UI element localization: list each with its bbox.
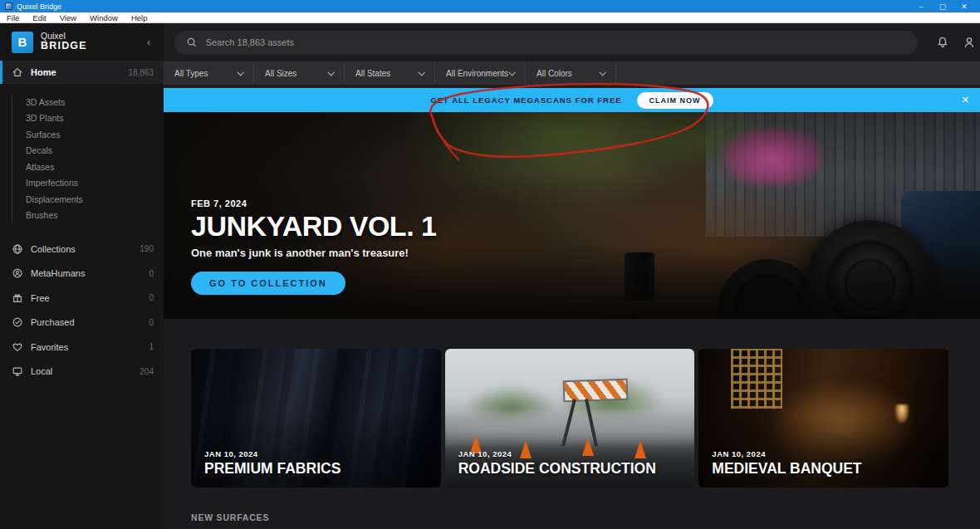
app-icon	[5, 2, 12, 10]
menu-bar: File Edit View Window Help	[0, 12, 980, 23]
section-heading-new-surfaces: NEW SURFACES	[191, 512, 948, 522]
hero-title: JUNKYARD VOL. 1	[191, 210, 436, 242]
chevron-down-icon	[599, 69, 605, 76]
content-area: JAN 10, 2024 PREMIUM FABRICS	[164, 319, 980, 529]
sidebar-item-displacements[interactable]: Displacements	[26, 191, 164, 208]
purchased-count: 0	[149, 318, 154, 327]
search-bar[interactable]	[174, 31, 918, 55]
hero-art-graffiti	[723, 127, 822, 187]
menu-help[interactable]: Help	[131, 13, 148, 22]
hero-art-fence	[706, 112, 980, 237]
search-icon	[186, 37, 198, 48]
filter-all-sizes[interactable]: All Sizes	[254, 61, 345, 85]
sidebar-item-imperfections[interactable]: Imperfections	[26, 175, 164, 192]
logo: B Quixel BRIDGE ‹	[0, 23, 164, 61]
hero-art-barrel	[625, 252, 654, 301]
card-medieval-banquet[interactable]: JAN 10, 2024 MEDIEVAL BANQUET	[698, 349, 948, 487]
hero-art-tire	[806, 220, 934, 319]
local-count: 204	[140, 367, 154, 376]
metahumans-label: MetaHumans	[31, 268, 85, 278]
card-title: ROADSIDE CONSTRUCTION	[458, 460, 656, 478]
sidebar-item-3d-plants[interactable]: 3D Plants	[26, 110, 164, 127]
card-date: JAN 10, 2024	[204, 449, 341, 458]
filter-all-types[interactable]: All Types	[164, 61, 254, 85]
globe-icon	[12, 243, 23, 255]
chevron-down-icon	[508, 69, 515, 76]
sidebar-item-brushes[interactable]: Brushes	[26, 208, 164, 224]
sidebar-item-local[interactable]: Local 204	[0, 360, 164, 385]
sidebar-collapse-icon[interactable]: ‹	[144, 37, 154, 48]
banner-close-icon[interactable]: ✕	[962, 95, 969, 105]
free-label: Free	[31, 293, 50, 303]
free-count: 0	[149, 293, 154, 302]
card-title: MEDIEVAL BANQUET	[712, 460, 861, 478]
maximize-button[interactable]: ▢	[932, 2, 953, 11]
chevron-down-icon	[327, 69, 334, 76]
claim-now-button[interactable]: CLAIM NOW	[637, 92, 713, 109]
card-date: JAN 10, 2024	[458, 449, 656, 458]
chevron-down-icon	[418, 69, 424, 76]
hero-date: FEB 7, 2024	[191, 198, 436, 208]
filter-all-colors[interactable]: All Colors	[526, 61, 616, 85]
chevron-down-icon	[237, 69, 243, 76]
user-icon	[963, 36, 976, 49]
hero-art-tire	[718, 259, 818, 319]
sidebar-category-list: 3D Assets 3D Plants Surfaces Decals Atla…	[12, 94, 164, 223]
card-roadside-construction[interactable]: JAN 10, 2024 ROADSIDE CONSTRUCTION	[445, 349, 695, 487]
minimize-button[interactable]: –	[910, 2, 932, 11]
card-title: PREMIUM FABRICS	[204, 460, 341, 478]
sidebar-item-metahumans[interactable]: MetaHumans 0	[0, 262, 164, 287]
app-window: B Quixel BRIDGE ‹ Home 18,863 3D Assets …	[0, 23, 980, 529]
favorites-label: Favorites	[31, 342, 68, 352]
filter-all-colors-label: All Colors	[537, 69, 572, 78]
collections-count: 190	[140, 244, 154, 253]
card-date: JAN 10, 2024	[712, 449, 861, 458]
hero-subtitle: One man's junk is another man's treasure…	[191, 247, 436, 259]
search-input[interactable]	[206, 37, 906, 47]
check-circle-icon	[12, 316, 23, 328]
menu-edit[interactable]: Edit	[32, 13, 46, 22]
promo-banner: GET ALL LEGACY MEGASCANS FOR FREE CLAIM …	[164, 88, 980, 112]
sidebar-home-count: 18,863	[128, 68, 154, 77]
sidebar-item-home[interactable]: Home 18,863	[0, 61, 164, 84]
menu-view[interactable]: View	[60, 13, 76, 22]
collection-cards: JAN 10, 2024 PREMIUM FABRICS	[191, 349, 948, 487]
menu-file[interactable]: File	[7, 13, 19, 22]
logo-text-bridge: BRIDGE	[41, 41, 87, 51]
sidebar-item-atlases[interactable]: Atlases	[26, 159, 164, 175]
bridge-logo-icon: B	[12, 32, 33, 53]
sidebar: B Quixel BRIDGE ‹ Home 18,863 3D Assets …	[0, 23, 164, 529]
account-button[interactable]	[963, 36, 976, 49]
metahumans-count: 0	[149, 269, 154, 278]
filter-all-sizes-label: All Sizes	[265, 69, 296, 78]
hero-art-tractor	[901, 191, 980, 266]
filter-all-environments[interactable]: All Environments	[435, 61, 526, 85]
filter-all-types-label: All Types	[174, 69, 208, 78]
sidebar-item-3d-assets[interactable]: 3D Assets	[26, 94, 164, 110]
sidebar-item-surfaces[interactable]: Surfaces	[26, 126, 164, 143]
notifications-button[interactable]	[936, 36, 949, 49]
heart-icon	[12, 341, 23, 353]
local-label: Local	[31, 366, 52, 376]
filter-bar: All Types All Sizes All States All Envir…	[164, 61, 980, 85]
go-to-collection-button[interactable]: GO TO COLLECTION	[191, 272, 345, 295]
filter-all-states-label: All States	[355, 69, 390, 78]
collections-label: Collections	[31, 244, 76, 254]
main-area: All Types All Sizes All States All Envir…	[164, 23, 980, 529]
sidebar-item-favorites[interactable]: Favorites 1	[0, 335, 164, 360]
card-premium-fabrics[interactable]: JAN 10, 2024 PREMIUM FABRICS	[191, 349, 441, 487]
sidebar-item-free[interactable]: Free 0	[0, 286, 164, 311]
top-bar	[164, 23, 980, 61]
monitor-icon	[12, 365, 23, 377]
filter-all-environments-label: All Environments	[446, 69, 508, 78]
menu-window[interactable]: Window	[90, 13, 118, 22]
sidebar-item-purchased[interactable]: Purchased 0	[0, 311, 164, 336]
sidebar-item-collections[interactable]: Collections 190	[0, 237, 164, 262]
window-title: Quixel Bridge	[17, 2, 61, 11]
sidebar-item-decals[interactable]: Decals	[26, 143, 164, 159]
bell-icon	[936, 36, 949, 49]
filter-all-states[interactable]: All States	[345, 61, 435, 85]
home-icon	[12, 66, 23, 78]
close-button[interactable]: ✕	[953, 2, 975, 11]
hero-collection[interactable]: FEB 7, 2024 JUNKYARD VOL. 1 One man's ju…	[164, 112, 980, 319]
